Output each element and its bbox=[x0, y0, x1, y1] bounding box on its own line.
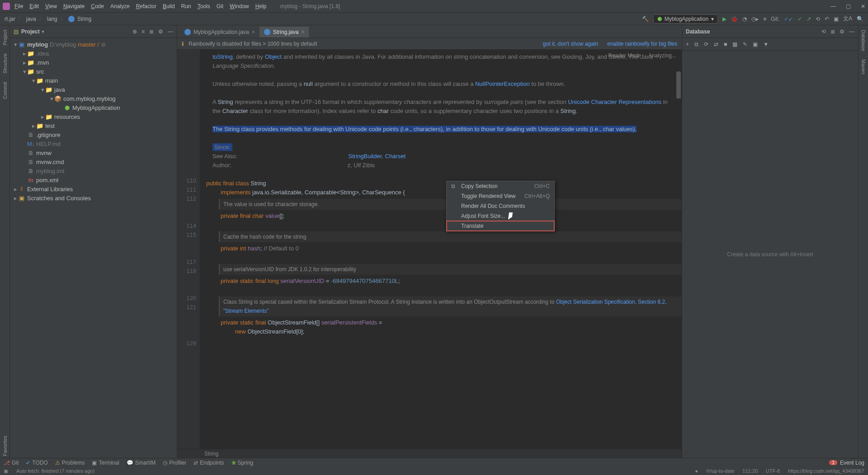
crumb-lang[interactable]: lang bbox=[47, 16, 57, 22]
menu-build[interactable]: Build bbox=[163, 3, 175, 9]
ctx-adjust-font[interactable]: Adjust Font Size... bbox=[447, 211, 554, 221]
crumb-java[interactable]: java bbox=[26, 16, 36, 22]
stop-icon[interactable]: ■ bbox=[724, 41, 727, 47]
menu-file[interactable]: FFileile bbox=[14, 3, 23, 9]
git-commit-icon[interactable]: ✓ bbox=[797, 16, 802, 22]
editor-breadcrumb[interactable]: String bbox=[177, 449, 682, 458]
info-icon: ℹ bbox=[182, 41, 184, 47]
edit-icon[interactable]: ✎ bbox=[743, 41, 747, 47]
maximize-icon[interactable]: ▢ bbox=[846, 3, 851, 9]
filter-icon[interactable]: ▼ bbox=[763, 41, 769, 47]
menu-analyze[interactable]: Analyze bbox=[110, 3, 130, 9]
tab-myblog-application[interactable]: MyblogApplication.java× bbox=[180, 27, 259, 38]
add-icon[interactable]: + bbox=[686, 41, 689, 47]
collapse-all-icon[interactable]: ≣ bbox=[149, 28, 154, 35]
chevron-down-icon: ▾ bbox=[711, 16, 714, 22]
ctx-toggle-rendered[interactable]: Toggle Rendered ViewCtrl+Alt+Q bbox=[447, 191, 554, 201]
run-icon[interactable]: ▶ bbox=[722, 16, 726, 22]
tool-problems[interactable]: ⚠Problems bbox=[55, 460, 85, 466]
history-icon[interactable]: ⟲ bbox=[816, 16, 820, 22]
tool-spring[interactable]: ❀Spring bbox=[231, 460, 254, 466]
expand-all-icon[interactable]: ≡ bbox=[142, 28, 145, 35]
open-recent-icon[interactable]: ▣ bbox=[834, 16, 839, 22]
refresh-icon[interactable]: ⟳ bbox=[704, 41, 708, 47]
table-icon[interactable]: ▦ bbox=[732, 41, 737, 47]
rollback-icon[interactable]: ↶ bbox=[825, 16, 829, 22]
duplicate-icon[interactable]: ⧉ bbox=[694, 41, 698, 47]
banner-link-gotit[interactable]: got it, don't show again bbox=[543, 41, 598, 47]
event-log[interactable]: Event Log bbox=[840, 460, 864, 466]
status-url: https://blog.csdn.net/qq_43408367 bbox=[788, 468, 864, 474]
database-panel-header: Database ⟲ ≣ ⚙ — bbox=[682, 25, 858, 38]
profile-icon[interactable]: ◷▸ bbox=[751, 16, 759, 22]
database-placeholder: Create a data source with Alt+Insert bbox=[682, 51, 858, 458]
hide-icon[interactable]: — bbox=[849, 28, 854, 35]
select-opened-file-icon[interactable]: ⊕ bbox=[132, 28, 137, 35]
menu-help[interactable]: Help bbox=[255, 3, 267, 9]
search-everywhere-icon[interactable]: 🔍 bbox=[857, 16, 863, 22]
sync-icon[interactable]: ⟲ bbox=[821, 28, 826, 35]
build-icon[interactable]: 🔨 bbox=[642, 16, 649, 22]
close-tab-icon[interactable]: × bbox=[252, 29, 255, 35]
minimize-icon[interactable]: — bbox=[830, 3, 836, 9]
editor-notification-banner: ℹ Rainbowify is disabled for files > 100… bbox=[177, 38, 682, 50]
banner-link-enable[interactable]: enable rainbowify for big files bbox=[607, 41, 677, 47]
context-menu: ⧉Copy SelectionCtrl+C Toggle Rendered Vi… bbox=[446, 181, 555, 231]
menu-git[interactable]: Git bbox=[217, 3, 223, 9]
spring-icon: ⬢ bbox=[657, 16, 662, 22]
main-menu: FFileile Edit View Navigate Code Analyze… bbox=[14, 3, 266, 9]
crumb-rtjar[interactable]: rt.jar bbox=[5, 16, 15, 22]
code-editor[interactable]: toString, defined by Object and inherite… bbox=[200, 50, 682, 449]
ctx-copy-selection[interactable]: ⧉Copy SelectionCtrl+C bbox=[447, 181, 554, 191]
debug-icon[interactable]: 🐞 bbox=[731, 16, 738, 22]
left-tool-stripe: Project Structure Commit Favorites bbox=[0, 25, 10, 458]
menu-view[interactable]: View bbox=[45, 3, 57, 9]
close-icon[interactable]: ✕ bbox=[861, 3, 865, 9]
tab-string[interactable]: String.java× bbox=[259, 27, 309, 38]
tool-smartim[interactable]: 💬SmartIM bbox=[127, 460, 156, 466]
view-icon[interactable]: ▣ bbox=[753, 41, 758, 47]
tool-tab-database[interactable]: Database bbox=[860, 28, 867, 53]
tool-tab-favorites[interactable]: Favorites bbox=[1, 434, 9, 458]
diff-icon[interactable]: ⇄ bbox=[714, 41, 718, 47]
bottom-tool-stripe: ⎇Git ✔TODO ⚠Problems ▣Terminal 💬SmartIM … bbox=[0, 458, 868, 467]
project-panel-title: Project bbox=[21, 28, 40, 35]
ctx-render-all[interactable]: Render All Doc Comments bbox=[447, 201, 554, 211]
tool-tab-project[interactable]: Project bbox=[1, 28, 9, 47]
ctx-translate[interactable]: Translate bbox=[447, 221, 554, 231]
translate-icon[interactable]: 文A bbox=[843, 15, 852, 23]
menu-refactor[interactable]: Refactor bbox=[136, 3, 156, 9]
menu-code[interactable]: Code bbox=[91, 3, 104, 9]
stop-icon[interactable]: ■ bbox=[763, 16, 766, 22]
tool-todo[interactable]: ✔TODO bbox=[26, 460, 47, 466]
menu-run[interactable]: Run bbox=[181, 3, 191, 9]
collapse-icon[interactable]: ≣ bbox=[830, 28, 835, 35]
git-update-icon[interactable]: ✓↙ bbox=[784, 16, 793, 22]
run-config-selector[interactable]: ⬢ MyblogApplication ▾ bbox=[653, 14, 718, 24]
menu-tools[interactable]: Tools bbox=[198, 3, 210, 9]
hide-icon[interactable]: — bbox=[168, 28, 173, 35]
git-push-icon[interactable]: ↗ bbox=[807, 16, 811, 22]
crumb-string[interactable]: String bbox=[77, 16, 91, 22]
tool-tab-structure[interactable]: Structure bbox=[1, 52, 9, 75]
menu-edit[interactable]: Edit bbox=[29, 3, 39, 9]
menu-window[interactable]: Window bbox=[230, 3, 249, 9]
run-config-label: MyblogApplication bbox=[665, 16, 708, 22]
settings-icon[interactable]: ⚙ bbox=[840, 28, 844, 35]
tool-tab-maven[interactable]: Maven bbox=[860, 57, 867, 76]
status-encoding[interactable]: UTF-8 bbox=[766, 468, 780, 474]
status-cursor-pos[interactable]: 111:20 bbox=[742, 468, 758, 474]
tool-tab-commit[interactable]: Commit bbox=[1, 80, 9, 101]
tool-terminal[interactable]: ▣Terminal bbox=[92, 460, 119, 466]
menu-navigate[interactable]: Navigate bbox=[63, 3, 85, 9]
settings-icon[interactable]: ⚙ bbox=[158, 28, 163, 35]
status-tool-icon[interactable]: ▣ bbox=[4, 468, 8, 474]
status-uptodate[interactable]: ⟳/up-to-date bbox=[706, 468, 734, 474]
close-tab-icon[interactable]: × bbox=[301, 29, 304, 35]
chevron-down-icon[interactable]: ▾ bbox=[42, 28, 44, 35]
tool-endpoints[interactable]: ⇄Endpoints bbox=[193, 460, 224, 466]
coverage-icon[interactable]: ◔ bbox=[742, 16, 747, 22]
tool-profiler[interactable]: ◷Profiler bbox=[163, 460, 186, 466]
project-tree[interactable]: ▾▣myblog D:\myblog master / ⊘ ▸📁.idea ▸📁… bbox=[10, 38, 177, 458]
tool-git[interactable]: ⎇Git bbox=[4, 460, 19, 466]
